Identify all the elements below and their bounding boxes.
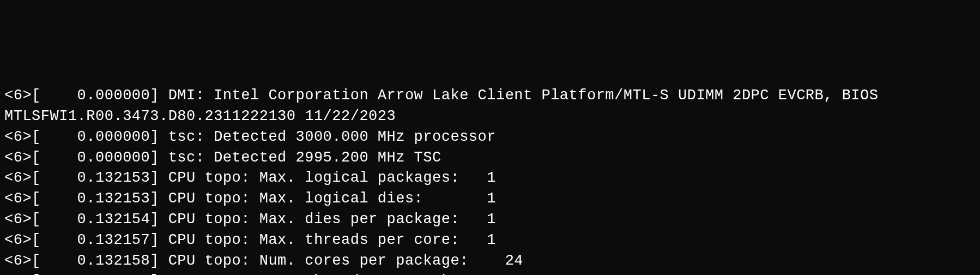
- dmesg-output: <6>[ 0.000000] DMI: Intel Corporation Ar…: [4, 86, 976, 275]
- log-line: <6>[ 0.000000] tsc: Detected 2995.200 MH…: [4, 150, 441, 166]
- log-line: <6>[ 0.132154] CPU topo: Max. dies per p…: [4, 211, 496, 228]
- log-line: <6>[ 0.132157] CPU topo: Max. threads pe…: [4, 232, 496, 248]
- log-line: <6>[ 0.132158] CPU topo: Num. cores per …: [4, 253, 523, 269]
- log-line: <6>[ 0.000000] DMI: Intel Corporation Ar…: [4, 87, 887, 124]
- log-line: <6>[ 0.132153] CPU topo: Max. logical pa…: [4, 170, 496, 186]
- log-line: <6>[ 0.132159] CPU topo: Num. threads pe…: [4, 273, 523, 275]
- log-line: <6>[ 0.000000] tsc: Detected 3000.000 MH…: [4, 129, 496, 145]
- log-line: <6>[ 0.132153] CPU topo: Max. logical di…: [4, 190, 496, 207]
